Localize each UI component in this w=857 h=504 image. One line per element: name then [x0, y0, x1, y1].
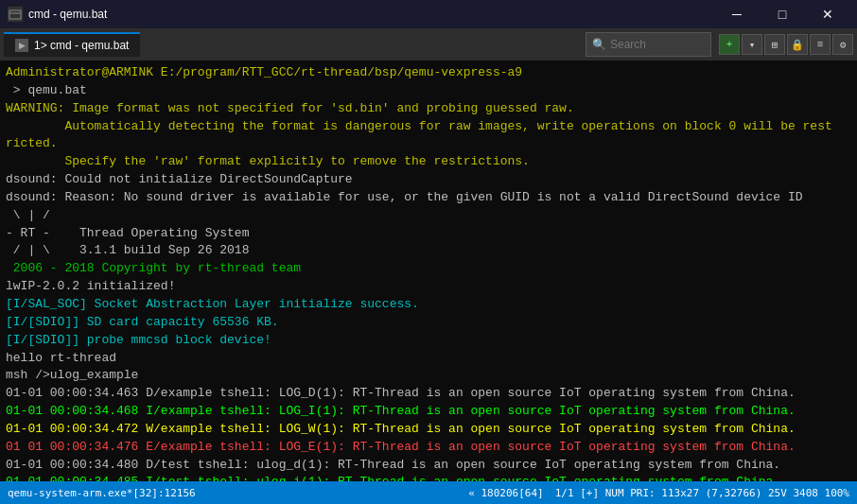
terminal-line: 01 01 00:00:34.476 E/example tshell: LOG…: [6, 439, 851, 457]
terminal-line: dsound: Could not initialize DirectSound…: [6, 171, 851, 189]
settings-button[interactable]: ⚙: [832, 34, 853, 55]
terminal-line: 01-01 00:00:34.468 I/example tshell: LOG…: [6, 403, 851, 421]
terminal-line: [I/SAL_SOC] Socket Abstraction Layer ini…: [6, 296, 851, 314]
status-bar: qemu-system-arm.exe*[32]:12156 « 180206[…: [0, 481, 857, 504]
search-input[interactable]: [610, 38, 705, 51]
terminal-line: / | \ 3.1.1 build Sep 26 2018: [6, 242, 851, 260]
terminal-line: [I/[SDIO]] probe mmcsd block device!: [6, 332, 851, 350]
toolbar-icons: + ▾ ⊞ 🔒 ≡ ⚙: [719, 34, 853, 55]
layout-button[interactable]: ≡: [810, 34, 831, 55]
terminal-line: > qemu.bat: [6, 82, 851, 100]
maximize-button[interactable]: □: [761, 0, 804, 28]
search-icon: 🔍: [592, 38, 606, 52]
terminal-line: - RT - Thread Operating System: [6, 225, 851, 243]
terminal-line: lwIP-2.0.2 initialized!: [6, 278, 851, 296]
terminal-line: Administrator@ARMINK E:/program/RTT_GCC/…: [6, 64, 851, 82]
app-icon: [8, 7, 23, 22]
terminal-line: msh />ulog_example: [6, 367, 851, 385]
status-pos: « 180206[64]: [468, 487, 543, 499]
new-tab-button[interactable]: +: [719, 34, 740, 55]
window-controls: ─ □ ✕: [715, 0, 849, 28]
terminal-line: ricted.: [6, 135, 851, 153]
terminal-line: 01-01 00:00:34.480 D/test tshell: ulog_d…: [6, 457, 851, 475]
dropdown-button[interactable]: ▾: [742, 34, 762, 55]
status-process: qemu-system-arm.exe*[32]:12156: [8, 487, 468, 499]
close-button[interactable]: ✕: [806, 0, 849, 28]
window-title: cmd - qemu.bat: [28, 8, 709, 21]
terminal-line: Automatically detecting the format is da…: [6, 118, 851, 136]
terminal-line: dsound: Reason: No sound driver is avail…: [6, 189, 851, 207]
lock-button[interactable]: 🔒: [787, 34, 808, 55]
search-box[interactable]: 🔍: [586, 32, 711, 57]
title-bar: cmd - qemu.bat ─ □ ✕: [0, 0, 857, 28]
terminal-line: 01-01 00:00:34.463 D/example tshell: LOG…: [6, 385, 851, 403]
view-button[interactable]: ⊞: [764, 34, 785, 55]
terminal-line: [I/[SDIO]] SD card capacity 65536 KB.: [6, 314, 851, 332]
minimize-button[interactable]: ─: [715, 0, 759, 28]
terminal-output: Administrator@ARMINK E:/program/RTT_GCC/…: [0, 61, 857, 481]
terminal-line: WARNING: Image format was not specified …: [6, 100, 851, 118]
terminal-line: 2006 - 2018 Copyright by rt-thread team: [6, 260, 851, 278]
terminal-line: Specify the 'raw' format explicitly to r…: [6, 153, 851, 171]
tab-cmd[interactable]: ▶ 1> cmd - qemu.bat: [4, 32, 140, 57]
tab-bar: ▶ 1> cmd - qemu.bat 🔍 + ▾ ⊞ 🔒 ≡ ⚙: [0, 28, 857, 61]
tab-label: 1> cmd - qemu.bat: [34, 39, 129, 52]
terminal-line: hello rt-thread: [6, 350, 851, 368]
svg-rect-0: [9, 10, 21, 19]
status-right: « 180206[64] 1/1 [+] NUM PRI: 113x27 (7,…: [468, 487, 849, 499]
tab-icon: ▶: [15, 39, 28, 52]
terminal-line: 01-01 00:00:34.472 W/example tshell: LOG…: [6, 421, 851, 439]
status-extra: 1/1 [+] NUM PRI: 113x27 (7,32766) 25V 34…: [555, 487, 849, 499]
terminal-line: \ | /: [6, 207, 851, 225]
terminal-line: 01-01 00:00:34.485 I/test tshell: ulog_i…: [6, 474, 851, 481]
